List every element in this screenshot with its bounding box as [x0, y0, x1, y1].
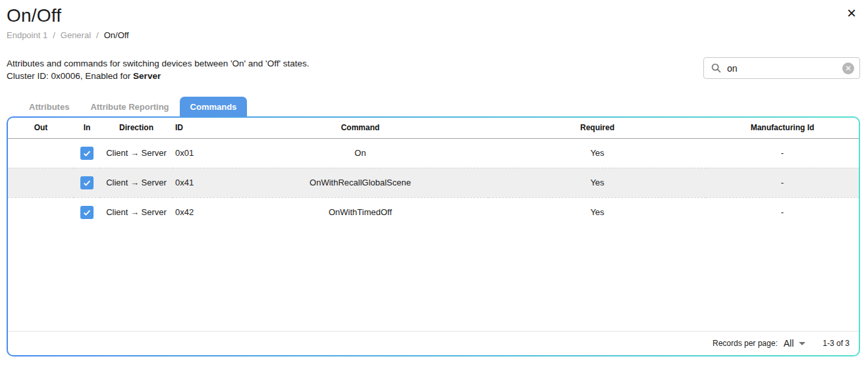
page-title: On/Off	[7, 5, 868, 26]
clear-search-icon[interactable]: ✕	[842, 62, 854, 74]
in-checkbox[interactable]	[80, 206, 94, 219]
out-cell	[8, 168, 74, 197]
out-cell	[8, 197, 74, 227]
close-icon[interactable]: ×	[847, 5, 856, 21]
records-per-page-label: Records per page:	[713, 339, 778, 348]
search-input[interactable]	[727, 63, 842, 74]
command-cell: On	[232, 138, 489, 168]
command-cell: OnWithRecallGlobalScene	[232, 168, 489, 197]
pagination-bar: Records per page: All 1-3 of 3	[8, 331, 859, 355]
direction-cell: Client → Server	[100, 138, 173, 168]
tab-commands[interactable]: Commands	[180, 97, 248, 116]
out-cell	[8, 138, 74, 168]
col-header-manufacturing-id: Manufacturing Id	[706, 118, 859, 138]
col-header-id: ID	[173, 118, 232, 138]
search-box[interactable]: ✕	[703, 57, 860, 79]
breadcrumb-separator: /	[53, 30, 55, 40]
required-cell: Yes	[489, 197, 706, 227]
table-header-row: Out In Direction ID Command Required Man…	[8, 118, 859, 138]
table-row: Client → Server 0x41 OnWithRecallGlobalS…	[8, 168, 859, 197]
search-icon	[711, 62, 722, 74]
in-cell	[74, 138, 100, 168]
col-header-required: Required	[489, 118, 706, 138]
breadcrumb-endpoint[interactable]: Endpoint 1	[7, 30, 47, 40]
records-per-page-value: All	[784, 338, 794, 349]
manufacturing-id-cell: -	[706, 138, 859, 168]
enabled-for-value: Server	[133, 71, 161, 81]
id-cell: 0x01	[173, 138, 232, 168]
required-cell: Yes	[489, 168, 706, 197]
breadcrumb-separator: /	[96, 30, 99, 40]
in-checkbox[interactable]	[80, 147, 94, 160]
col-header-command: Command	[232, 118, 489, 138]
required-cell: Yes	[489, 138, 706, 168]
in-cell	[74, 168, 100, 197]
commands-table-card: Out In Direction ID Command Required Man…	[7, 116, 860, 356]
pagination-range: 1-3 of 3	[823, 339, 850, 348]
tab-bar: Attributes Attribute Reporting Commands	[18, 97, 868, 116]
breadcrumb-current: On/Off	[104, 30, 129, 40]
direction-cell: Client → Server	[100, 168, 173, 197]
id-cell: 0x42	[173, 197, 232, 227]
id-cell: 0x41	[173, 168, 232, 197]
description-row: Attributes and commands for switching de…	[0, 57, 868, 82]
breadcrumb-general[interactable]: General	[61, 30, 91, 40]
col-header-in: In	[74, 118, 100, 138]
command-cell: OnWithTimedOff	[232, 197, 489, 227]
table-row: Client → Server 0x42 OnWithTimedOff Yes …	[8, 197, 859, 227]
commands-table: Out In Direction ID Command Required Man…	[8, 118, 859, 227]
onoff-cluster-dialog: On/Off × Endpoint 1 / General / On/Off A…	[0, 0, 868, 367]
in-cell	[74, 197, 100, 227]
tab-attribute-reporting[interactable]: Attribute Reporting	[80, 97, 179, 116]
breadcrumb: Endpoint 1 / General / On/Off	[7, 30, 868, 40]
tab-attributes[interactable]: Attributes	[18, 97, 80, 116]
records-per-page-select[interactable]: All	[784, 338, 806, 349]
manufacturing-id-cell: -	[706, 168, 859, 197]
chevron-down-icon	[799, 342, 805, 345]
in-checkbox[interactable]	[80, 176, 94, 189]
table-row: Client → Server 0x01 On Yes -	[8, 138, 859, 168]
direction-cell: Client → Server	[100, 197, 173, 227]
col-header-direction: Direction	[100, 118, 173, 138]
col-header-out: Out	[8, 118, 74, 138]
manufacturing-id-cell: -	[706, 197, 859, 227]
